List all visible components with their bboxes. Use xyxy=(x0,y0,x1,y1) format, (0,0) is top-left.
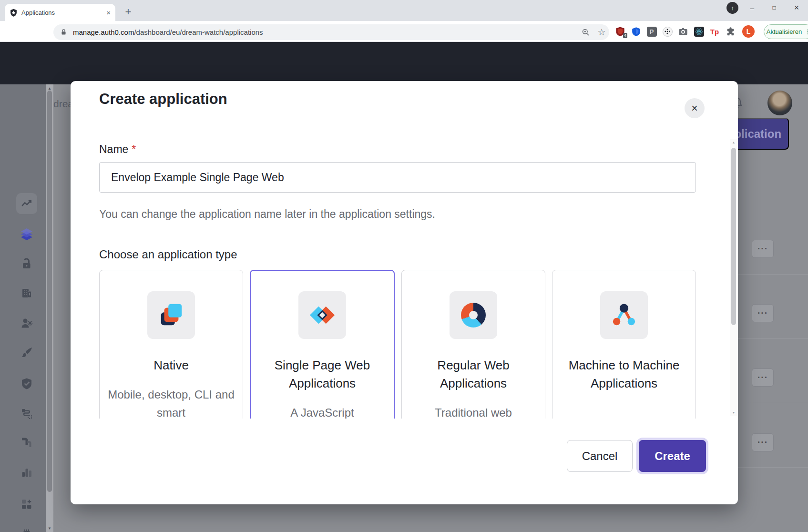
browser-profile-avatar[interactable]: L xyxy=(742,25,755,38)
url-path: /dashboard/eu/dream-watch/applications xyxy=(134,28,263,36)
card-machine-to-machine[interactable]: Machine to Machine Applications xyxy=(552,270,696,419)
chip-icon xyxy=(20,528,33,532)
row-menu-button[interactable]: ··· xyxy=(752,433,774,451)
extensions-puzzle-icon[interactable] xyxy=(725,26,736,37)
required-asterisk: * xyxy=(132,143,136,155)
paintbrush-icon xyxy=(20,346,33,359)
regular-web-icon-tile xyxy=(450,291,497,339)
sidebar-item-authentication[interactable] xyxy=(14,255,39,272)
sidebar-item-applications[interactable] xyxy=(14,225,39,243)
bar-chart-icon xyxy=(20,466,33,479)
blocks-plus-icon xyxy=(20,498,33,511)
camera-extension-icon[interactable] xyxy=(678,26,688,37)
modal-scroll-down-arrow[interactable]: ▼ xyxy=(730,409,737,416)
window-maximize-button[interactable]: □ xyxy=(764,0,785,15)
auth0-top-nav: dream-watch Discuss your needs Docs xyxy=(0,42,808,84)
application-name-input[interactable] xyxy=(99,162,696,193)
browser-tab-strip: Applications × + ↑ – □ × xyxy=(0,0,808,21)
modal-scrollbar-thumb[interactable] xyxy=(731,148,736,325)
sidebar-item-branding[interactable] xyxy=(14,344,39,361)
card-description: Traditional web xyxy=(409,404,538,419)
sidebar: ⚙ ? xyxy=(0,84,46,532)
picker-extension-icon[interactable] xyxy=(662,26,673,37)
url-host: manage.auth0.com xyxy=(73,28,134,36)
sidebar-item-marketplace[interactable] xyxy=(14,496,39,513)
chrome-update-icon[interactable]: ↑ xyxy=(726,2,738,14)
sidebar-item-extensions[interactable] xyxy=(14,526,39,532)
bitwarden-extension-icon[interactable] xyxy=(631,26,641,37)
auth0-favicon xyxy=(10,9,18,17)
card-regular-web[interactable]: Regular Web Applications Traditional web xyxy=(401,270,545,419)
sidebar-item-organizations[interactable] xyxy=(14,285,39,302)
modal-scroll-area: Name* You can change the application nam… xyxy=(71,138,738,419)
table-row-divider xyxy=(738,403,808,403)
native-icon-tile xyxy=(147,291,195,339)
address-bar[interactable]: manage.auth0.com/dashboard/eu/dream-watc… xyxy=(53,24,609,40)
user-avatar[interactable] xyxy=(767,91,792,115)
scrollbar-down-arrow[interactable]: ▼ xyxy=(46,525,53,532)
browser-menu-dots-icon[interactable]: ⋮ xyxy=(804,28,808,35)
row-menu-button[interactable]: ··· xyxy=(752,304,774,322)
native-stack-icon xyxy=(158,302,184,328)
card-description: A JavaScript xyxy=(258,404,387,419)
create-button[interactable]: Create xyxy=(639,440,706,472)
name-field-label: Name* xyxy=(99,143,136,156)
bookmark-star-icon[interactable]: ☆ xyxy=(595,25,608,39)
card-title: Native xyxy=(110,356,233,374)
m2m-nodes-icon xyxy=(611,302,637,328)
row-menu-button[interactable]: ··· xyxy=(752,368,774,387)
page-scrollbar-thumb[interactable] xyxy=(47,91,52,492)
table-row-divider xyxy=(738,274,808,275)
name-help-text: You can change the application name late… xyxy=(99,208,435,221)
window-minimize-button[interactable]: – xyxy=(742,0,763,15)
activity-chart-icon xyxy=(20,197,33,210)
row-menu-button[interactable]: ··· xyxy=(752,240,774,258)
table-row-divider xyxy=(738,467,808,468)
card-single-page-web[interactable]: Single Page Web Applications A JavaScrip… xyxy=(250,270,395,419)
modal-title: Create application xyxy=(99,91,227,108)
update-button-label: Aktualisieren xyxy=(767,28,802,35)
modal-scroll-up-arrow[interactable]: ▲ xyxy=(730,139,737,145)
zoom-indicator-icon[interactable] xyxy=(579,25,592,39)
card-title: Machine to Machine Applications xyxy=(563,356,685,392)
actions-flow-icon xyxy=(20,407,33,420)
sidebar-item-activity[interactable] xyxy=(16,193,37,214)
tampermonkey-tp-extension-icon[interactable]: Tp xyxy=(709,26,720,37)
react-devtools-extension-icon[interactable] xyxy=(694,26,704,37)
table-row-divider xyxy=(738,338,808,339)
new-tab-button[interactable]: + xyxy=(121,5,135,19)
building-icon xyxy=(20,286,33,300)
spa-diamond-icon xyxy=(309,302,335,328)
regular-web-donut-icon xyxy=(461,303,486,327)
sidebar-item-security[interactable] xyxy=(14,375,39,392)
create-application-modal: Create application × Name* You can chang… xyxy=(71,81,738,504)
sidebar-item-user-management[interactable] xyxy=(14,315,39,332)
open-lock-icon xyxy=(20,257,33,270)
p-extension-icon[interactable]: P xyxy=(646,26,657,37)
lock-icon xyxy=(60,29,67,36)
pipeline-icon xyxy=(20,436,33,449)
application-type-cards: Native Mobile, desktop, CLI and smart Si… xyxy=(99,270,696,419)
sidebar-item-monitoring[interactable] xyxy=(14,464,39,481)
tab-close-icon[interactable]: × xyxy=(106,9,111,17)
tab-title: Applications xyxy=(21,9,106,16)
sidebar-item-auth-pipeline[interactable] xyxy=(14,434,39,451)
close-icon: × xyxy=(691,102,697,115)
card-title: Single Page Web Applications xyxy=(261,356,384,392)
spa-icon-tile xyxy=(298,291,346,339)
sidebar-item-actions[interactable] xyxy=(14,405,39,422)
ublock-badge: 4 xyxy=(623,33,627,38)
layers-icon xyxy=(19,226,34,242)
ublock-extension-icon[interactable]: 4 xyxy=(615,26,625,37)
m2m-icon-tile xyxy=(600,291,648,339)
window-close-button[interactable]: × xyxy=(786,0,807,15)
application-type-label: Choose an application type xyxy=(99,248,237,261)
card-description: Mobile, desktop, CLI and smart xyxy=(107,386,235,419)
browser-update-button[interactable]: Aktualisieren ⋮ xyxy=(764,24,808,39)
extensions-row: 4 P Tp L Aktualisieren ⋮ xyxy=(615,21,808,42)
browser-tab[interactable]: Applications × xyxy=(5,4,115,21)
modal-close-button[interactable]: × xyxy=(685,98,705,118)
shield-check-icon xyxy=(20,377,33,390)
cancel-button[interactable]: Cancel xyxy=(567,440,633,472)
card-native[interactable]: Native Mobile, desktop, CLI and smart xyxy=(99,270,243,419)
